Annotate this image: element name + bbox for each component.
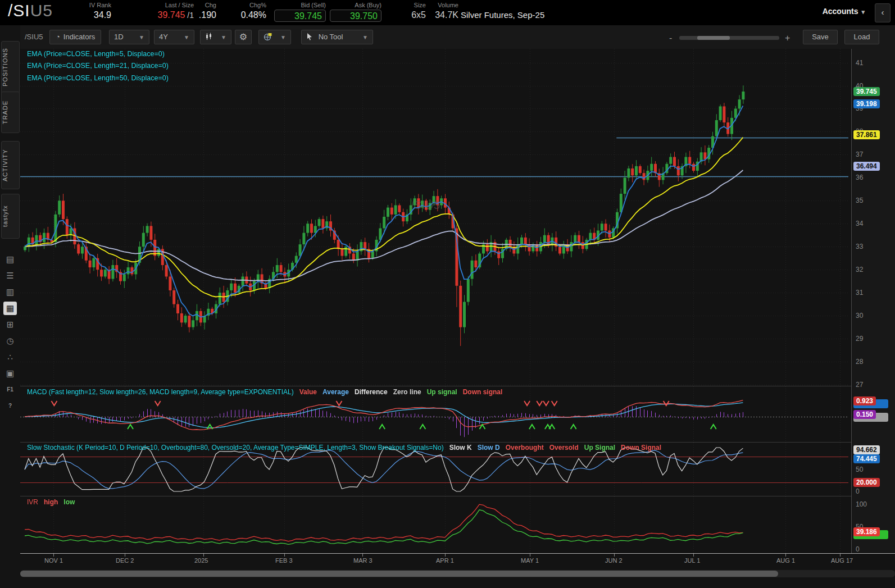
volume-stat: Volume34.7K xyxy=(430,2,458,20)
ask-button[interactable]: 39.750 xyxy=(330,10,381,22)
list-icon[interactable]: ☰ xyxy=(3,269,17,282)
axis-tick: 0 xyxy=(856,487,860,495)
date-label: APR 1 xyxy=(436,557,454,564)
left-sidebar: POSITIONS TRADE ACTIVITY tastyfx ▤☰▥▦⊞◷∴… xyxy=(0,25,21,588)
chevron-down-icon: ▼ xyxy=(139,31,144,44)
grid-icon[interactable]: ⊞ xyxy=(3,318,17,331)
axis-tick: 29 xyxy=(856,335,863,343)
ema50-label: EMA (Price=CLOSE, Length=50, Displace=0) xyxy=(27,74,169,82)
zoom-slider[interactable] xyxy=(679,36,779,40)
iv-rank-stat: IV Rank34.9 xyxy=(61,2,111,20)
price-bubble: 39.745 xyxy=(853,87,880,96)
collapse-panel-button[interactable]: ‹ xyxy=(875,3,891,22)
legend-item: Down signal xyxy=(463,388,503,396)
cursor-icon xyxy=(306,33,313,40)
bid-button[interactable]: 39.745 xyxy=(274,10,326,22)
legend-item: Up Signal xyxy=(584,444,615,452)
sidebar-tab-tastyfx[interactable]: tastyfx xyxy=(1,194,20,239)
gauge-icon: ◔ xyxy=(56,33,60,41)
zoom-slider-thumb[interactable] xyxy=(697,36,730,40)
date-label: MAY 1 xyxy=(521,557,539,564)
date-label: NOV 1 xyxy=(44,557,63,564)
date-tick xyxy=(614,554,615,557)
axis-tick: 31 xyxy=(856,289,863,297)
report-icon[interactable]: ▥ xyxy=(3,285,17,299)
date-tick xyxy=(125,554,125,557)
date-label: JUL 1 xyxy=(684,557,700,564)
legend-item: Oversold xyxy=(549,444,579,452)
chart-settings-button[interactable]: ⚙ xyxy=(235,30,252,44)
price-bubble: 39.186 xyxy=(853,527,880,536)
chart-icon[interactable]: ▦ xyxy=(3,302,17,315)
bid-stat: Bid (Sell) 39.745 xyxy=(274,2,326,22)
zoom-out-button[interactable]: - xyxy=(669,33,672,43)
legend-item: Difference xyxy=(355,388,388,396)
f1-key-icon[interactable]: F1 xyxy=(3,383,17,396)
legend-item: Average xyxy=(322,388,349,396)
chart-toolbar: /SIU5 ◔Indicators 1D▼ 4Y▼ ▼ ⚙ ▼ No Tool▼… xyxy=(20,25,895,49)
contract-description: Silver Futures, Sep-25 xyxy=(461,10,544,20)
chart-type-dropdown[interactable]: ▼ xyxy=(200,30,231,44)
zoom-control: - + xyxy=(669,33,672,43)
macd-study-label: MACD (Fast length=12, Slow length=26, MA… xyxy=(27,388,502,396)
date-label: 2025 xyxy=(194,557,208,564)
legend-item: Slow K xyxy=(449,444,472,452)
drawing-tool-dropdown[interactable]: No Tool▼ xyxy=(301,30,373,44)
contacts-icon[interactable]: ∴ xyxy=(3,350,17,364)
date-label: AUG 1 xyxy=(776,557,795,564)
accounts-menu[interactable]: Accounts▾ xyxy=(823,7,865,16)
axis-tick: 100 xyxy=(856,500,867,508)
layout-dropdown[interactable]: ▼ xyxy=(258,30,291,44)
sidebar-tab-positions[interactable]: POSITIONS xyxy=(1,41,20,94)
price-chart-canvas[interactable] xyxy=(20,49,851,386)
date-tick xyxy=(785,554,786,557)
chevron-down-icon: ▼ xyxy=(221,31,226,44)
scrollbar-thumb[interactable] xyxy=(20,571,778,577)
axis-tick: 50 xyxy=(856,466,863,473)
date-tick xyxy=(530,554,530,557)
price-bubble: 36.494 xyxy=(853,162,880,171)
axis-tick: 33 xyxy=(856,243,863,250)
axis-tick: 37 xyxy=(856,151,863,158)
stochastic-study-label: Slow Stochastic (K Period=10, D Period=1… xyxy=(27,444,661,452)
history-icon[interactable]: ◷ xyxy=(3,334,17,348)
journal-icon[interactable]: ▤ xyxy=(3,253,17,266)
legend-item: Up signal xyxy=(427,388,457,396)
zoom-in-button[interactable]: + xyxy=(785,33,790,43)
legend-item: Overbought xyxy=(506,444,544,452)
save-button[interactable]: Save xyxy=(803,30,838,44)
legend-item: Value xyxy=(299,388,317,396)
legend-item: low xyxy=(63,498,75,506)
price-bubble: 0.150 xyxy=(853,410,876,419)
date-tick xyxy=(445,554,446,557)
sidebar-tab-trade[interactable]: TRADE xyxy=(1,92,20,133)
price-bubble: 74.445 xyxy=(853,454,880,463)
ivr-panel-canvas[interactable] xyxy=(20,496,851,553)
load-button[interactable]: Load xyxy=(844,30,879,44)
chart-area: EMA (Price=CLOSE, Length=5, Displace=0) … xyxy=(20,49,895,588)
sidebar-tab-activity[interactable]: ACTIVITY xyxy=(1,141,20,189)
date-label: MAR 3 xyxy=(353,557,372,564)
chevron-down-icon: ▼ xyxy=(362,31,368,44)
axis-tick: 41 xyxy=(856,59,863,67)
date-tick xyxy=(840,554,841,557)
date-label: AUG 17 xyxy=(831,557,853,564)
toolbar-symbol: /SIU5 xyxy=(25,30,43,44)
horizontal-scrollbar[interactable] xyxy=(20,570,895,577)
help-icon[interactable]: ? xyxy=(3,399,17,413)
ivr-study-label: IVRhighlow xyxy=(27,498,75,506)
range-dropdown[interactable]: 4Y▼ xyxy=(154,30,194,44)
chg-stat: Chg.190 xyxy=(185,2,216,20)
ema5-label: EMA (Price=CLOSE, Length=5, Displace=0) xyxy=(27,50,165,58)
chevron-down-icon: ▾ xyxy=(861,8,865,15)
date-label: JUN 2 xyxy=(605,557,623,564)
indicators-button[interactable]: ◔Indicators xyxy=(49,30,101,44)
timeframe-dropdown[interactable]: 1D▼ xyxy=(109,30,149,44)
candlestick-icon xyxy=(205,33,213,40)
date-tick xyxy=(362,554,363,557)
axis-tick: 34 xyxy=(856,220,863,227)
last-size-stat: Last / Size 39.745 /1 xyxy=(118,2,194,20)
ask-stat: Ask (Buy) 39.750 xyxy=(330,2,381,22)
legend-item: Down Signal xyxy=(621,444,661,452)
calendar-icon[interactable]: ▣ xyxy=(3,367,17,380)
